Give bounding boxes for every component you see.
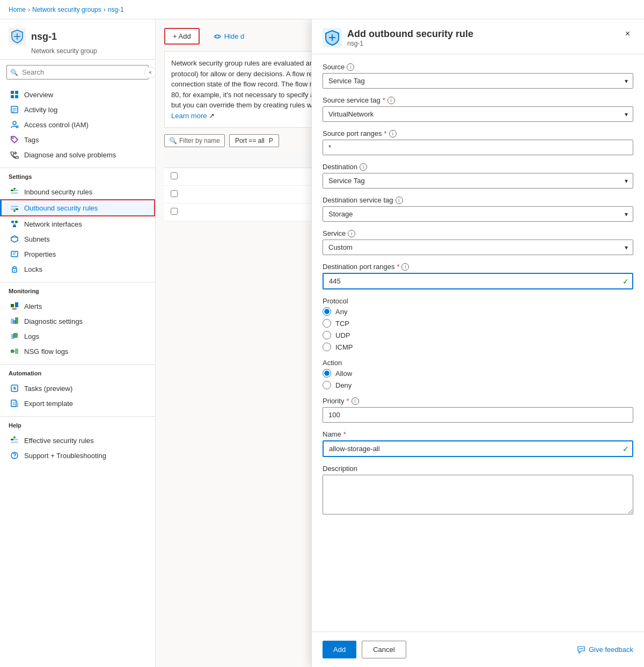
svg-rect-43 [15, 317, 18, 324]
eye-icon [214, 33, 221, 40]
svg-rect-4 [15, 91, 18, 94]
sidebar-item-nsg-flow-logs[interactable]: NSG flow logs [0, 344, 155, 359]
row-checkbox[interactable] [171, 190, 178, 197]
protocol-any-radio[interactable] [323, 307, 331, 316]
protocol-tcp-radio[interactable] [323, 319, 331, 328]
svg-rect-58 [11, 441, 18, 443]
row-checkbox[interactable] [171, 172, 178, 179]
locks-icon [10, 265, 19, 273]
source-service-tag-select[interactable]: VirtualNetwork Internet AzureLoadBalance… [323, 106, 633, 122]
activity-log-icon [10, 105, 19, 114]
protocol-any-option[interactable]: Any [323, 307, 633, 316]
sidebar-item-network-interfaces[interactable]: Network interfaces [0, 216, 155, 231]
source-service-tag-info-icon[interactable]: i [387, 97, 395, 104]
sidebar-item-logs[interactable]: Logs [0, 329, 155, 344]
sidebar-item-export-template[interactable]: Export template [0, 396, 155, 411]
panel-shield-icon [323, 28, 342, 47]
sidebar-item-properties[interactable]: Properties [0, 247, 155, 262]
name-input[interactable] [323, 440, 633, 457]
svg-point-37 [14, 270, 15, 271]
dest-port-ranges-info-icon[interactable]: i [401, 263, 409, 271]
description-label: Description [323, 465, 357, 473]
sidebar-item-access-control[interactable]: Access control (IAM) [0, 117, 155, 132]
svg-point-11 [13, 121, 16, 125]
destination-select[interactable]: Service Tag Any IP Addresses ASG [323, 173, 633, 189]
sidebar-item-activity-log[interactable]: Activity log [0, 102, 155, 117]
service-group: Service i Custom HTTP HTTPS SSH RDP [323, 229, 633, 255]
effective-security-icon [10, 436, 19, 445]
sidebar-item-tags[interactable]: Tags [0, 132, 155, 147]
svg-point-66 [579, 648, 580, 649]
sidebar-item-locks[interactable]: Locks [0, 262, 155, 277]
source-port-ranges-input[interactable] [323, 140, 633, 155]
svg-rect-6 [15, 95, 18, 98]
source-select-wrapper: Service Tag Any IP Addresses ASG [323, 73, 633, 89]
dest-port-ranges-group: Destination port ranges * i ✓ [323, 263, 633, 289]
learn-more-link[interactable]: Learn more [171, 112, 207, 120]
properties-icon [10, 250, 19, 258]
source-info-icon[interactable]: i [347, 63, 354, 71]
svg-line-30 [14, 223, 17, 225]
search-icon: 🔍 [10, 69, 18, 76]
monitoring-section-title: Monitoring [0, 282, 155, 296]
filter-by-name[interactable]: 🔍 Filter by name [164, 134, 225, 147]
service-select[interactable]: Custom HTTP HTTPS SSH RDP [323, 240, 633, 255]
action-allow-radio[interactable] [323, 369, 331, 378]
priority-input[interactable] [323, 407, 633, 423]
give-feedback-link[interactable]: Give feedback [577, 646, 633, 654]
action-deny-radio[interactable] [323, 381, 331, 389]
outbound-icon [10, 204, 19, 212]
dest-port-ranges-input[interactable] [323, 273, 633, 289]
svg-rect-57 [11, 439, 13, 440]
source-label: Source [323, 63, 345, 71]
panel-subtitle: nsg-1 [347, 40, 473, 47]
source-service-tag-group: Source service tag * i VirtualNetwork In… [323, 96, 633, 122]
port-filter-tag[interactable]: Port == all P [229, 134, 279, 147]
protocol-udp-radio[interactable] [323, 331, 331, 339]
sidebar-item-effective-security-label: Effective security rules [24, 437, 94, 445]
dest-port-ranges-label: Destination port ranges [323, 263, 394, 271]
sidebar-item-export-template-label: Export template [24, 400, 73, 408]
destination-service-tag-select[interactable]: Storage Internet VirtualNetwork [323, 206, 633, 222]
breadcrumb-nsg-name[interactable]: nsg-1 [108, 6, 124, 13]
protocol-tcp-option[interactable]: TCP [323, 319, 633, 328]
protocol-icmp-radio[interactable] [323, 343, 331, 351]
breadcrumb-home[interactable]: Home [9, 6, 26, 13]
source-select[interactable]: Service Tag Any IP Addresses ASG [323, 73, 633, 89]
sidebar-item-tasks[interactable]: Tasks (preview) [0, 381, 155, 396]
sidebar-item-subnets[interactable]: Subnets [0, 231, 155, 247]
panel-cancel-button[interactable]: Cancel [362, 641, 406, 658]
action-deny-option[interactable]: Deny [323, 381, 633, 389]
sidebar-item-support[interactable]: Support + Troubleshooting [0, 448, 155, 463]
service-label: Service [323, 229, 346, 237]
feedback-icon [577, 646, 586, 654]
sidebar-item-diagnose[interactable]: Diagnose and solve problems [0, 147, 155, 162]
collapse-sidebar-button[interactable]: « [144, 67, 156, 78]
protocol-icmp-option[interactable]: ICMP [323, 343, 633, 351]
destination-info-icon[interactable]: i [360, 163, 367, 171]
sidebar-item-alerts-label: Alerts [24, 302, 42, 310]
sidebar-item-effective-security[interactable]: Effective security rules [0, 433, 155, 448]
svg-rect-46 [11, 350, 14, 353]
source-port-ranges-group: Source port ranges * i [323, 129, 633, 155]
service-info-icon[interactable]: i [348, 230, 355, 237]
breadcrumb-nsg-group[interactable]: Network security groups [32, 6, 101, 13]
panel-close-button[interactable]: × [622, 28, 633, 40]
search-input[interactable] [6, 65, 149, 79]
description-textarea[interactable] [323, 475, 633, 514]
sidebar-item-outbound[interactable]: Outbound security rules [0, 199, 155, 216]
hide-defaults-button[interactable]: Hide d [206, 29, 252, 44]
sidebar-item-diagnostic-settings[interactable]: Diagnostic settings [0, 314, 155, 329]
priority-info-icon[interactable]: i [352, 397, 359, 405]
source-port-ranges-info-icon[interactable]: i [389, 130, 397, 137]
destination-service-tag-info-icon[interactable]: i [396, 197, 403, 204]
add-button[interactable]: + Add [164, 28, 200, 45]
sidebar-item-inbound[interactable]: Inbound security rules [0, 184, 155, 199]
protocol-udp-option[interactable]: UDP [323, 331, 633, 339]
filter-tag-close[interactable]: P [269, 137, 273, 144]
panel-add-button[interactable]: Add [323, 641, 356, 658]
sidebar-item-alerts[interactable]: Alerts [0, 299, 155, 314]
action-allow-option[interactable]: Allow [323, 369, 633, 378]
sidebar-item-overview[interactable]: Overview [0, 87, 155, 102]
row-checkbox[interactable] [171, 208, 178, 215]
